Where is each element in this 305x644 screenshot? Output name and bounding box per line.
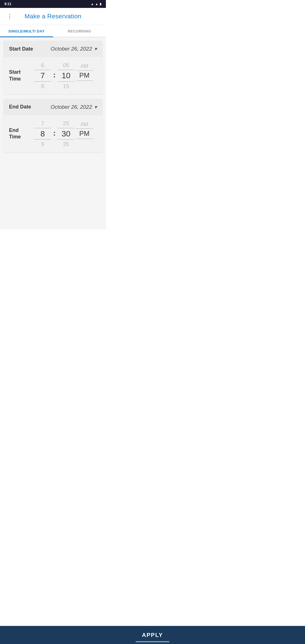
end-date-value: October 26, 2022 <box>51 104 92 110</box>
start-ampm-line-top <box>76 70 93 71</box>
start-hour-value: 7 <box>40 71 45 80</box>
start-time-label: StartTime <box>9 69 29 82</box>
status-bar: 8:11 ▲ ▲ ▮ <box>0 0 106 8</box>
status-time: 8:11 <box>5 2 11 6</box>
end-date-header[interactable]: End Date October 26, 2022 ▾ <box>3 99 103 115</box>
svg-point-1 <box>9 16 10 17</box>
start-minute-below: 15 <box>63 82 69 90</box>
tab-bar: SINGLE/MULTI DAY RECURRING <box>0 25 106 37</box>
status-icons: ▲ ▲ ▮ <box>91 2 101 6</box>
end-minute-line-top <box>58 128 75 128</box>
start-hour-above: 6 <box>41 62 44 69</box>
end-time-picker[interactable]: 7 8 9 : 25 30 35 AM <box>29 120 97 148</box>
start-ampm-drum[interactable]: AM PM <box>76 63 93 88</box>
end-ampm-below <box>84 140 85 146</box>
main-content: Start Date October 26, 2022 ▾ StartTime … <box>0 37 106 229</box>
start-date-value-container[interactable]: October 26, 2022 ▾ <box>51 46 97 52</box>
start-minute-above: 05 <box>63 62 69 69</box>
start-minute-drum[interactable]: 05 10 15 <box>56 62 76 90</box>
end-ampm-drum[interactable]: AM PM <box>76 121 93 147</box>
tab-recurring[interactable]: RECURRING <box>53 25 106 37</box>
end-hour-value: 8 <box>40 129 45 139</box>
end-minute-below: 35 <box>63 140 69 148</box>
end-time-label: EndTime <box>9 127 29 140</box>
start-minute-value: 10 <box>62 71 70 80</box>
start-ampm-below <box>84 82 85 88</box>
start-date-card: Start Date October 26, 2022 ▾ StartTime … <box>3 41 103 94</box>
start-ampm-value: PM <box>79 71 90 80</box>
start-hour-below: 8 <box>41 82 44 90</box>
page-title: Make a Reservation <box>15 13 91 20</box>
end-ampm-line-top <box>76 129 93 129</box>
battery-icon: ▮ <box>100 2 101 6</box>
menu-button[interactable] <box>5 11 15 21</box>
start-time-picker[interactable]: 6 7 8 : 05 10 15 AM <box>29 62 97 90</box>
end-minute-above: 25 <box>63 120 69 127</box>
end-hour-above: 7 <box>41 120 44 127</box>
svg-point-0 <box>9 14 10 15</box>
end-date-dropdown-icon: ▾ <box>94 104 97 110</box>
end-ampm-above: AM <box>80 121 88 128</box>
more-vert-icon <box>6 13 13 19</box>
start-hour-line-bottom <box>34 81 51 82</box>
end-date-label: End Date <box>9 104 31 110</box>
end-minute-value: 30 <box>62 129 70 139</box>
end-minute-line-bottom <box>58 139 75 140</box>
signal-icon: ▲ <box>91 2 94 6</box>
start-time-colon: : <box>53 71 56 79</box>
svg-point-2 <box>9 18 10 19</box>
tab-single-multi-day[interactable]: SINGLE/MULTI DAY <box>0 25 53 37</box>
end-date-value-container[interactable]: October 26, 2022 ▾ <box>51 104 97 110</box>
end-ampm-value: PM <box>79 130 90 138</box>
start-time-section: StartTime 6 7 8 : 05 10 15 <box>3 57 103 94</box>
end-hour-below: 9 <box>41 140 44 148</box>
wifi-icon: ▲ <box>95 2 98 6</box>
end-ampm-line-bottom <box>76 139 93 139</box>
start-date-header[interactable]: Start Date October 26, 2022 ▾ <box>3 41 103 57</box>
start-hour-drum[interactable]: 6 7 8 <box>33 62 53 90</box>
end-hour-line-top <box>34 128 51 128</box>
end-date-card: End Date October 26, 2022 ▾ EndTime 7 8 … <box>3 99 103 153</box>
start-date-label: Start Date <box>9 46 33 52</box>
end-hour-line-bottom <box>34 139 51 140</box>
start-minute-line-top <box>58 70 75 70</box>
start-date-dropdown-icon: ▾ <box>94 46 97 52</box>
end-hour-drum[interactable]: 7 8 9 <box>33 120 53 148</box>
end-minute-drum[interactable]: 25 30 35 <box>56 120 76 148</box>
start-ampm-line-bottom <box>76 80 93 81</box>
end-time-section: EndTime 7 8 9 : 25 30 35 <box>3 115 103 153</box>
app-header: Make a Reservation <box>0 8 106 25</box>
start-date-value: October 26, 2022 <box>51 46 92 52</box>
start-hour-line-top <box>34 70 51 70</box>
start-ampm-above: AM <box>80 63 88 69</box>
end-time-colon: : <box>53 129 56 138</box>
start-minute-line-bottom <box>58 81 75 82</box>
